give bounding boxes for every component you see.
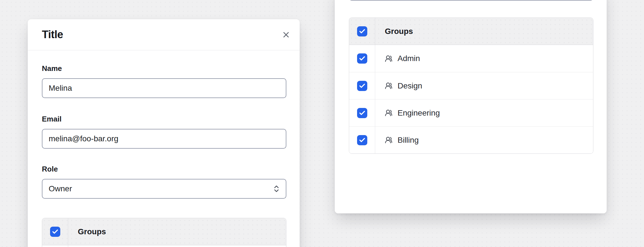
group-name: Design — [398, 81, 422, 90]
modal-header: Title — [28, 19, 300, 50]
table-row-cropped[interactable] — [42, 245, 286, 247]
table-row[interactable]: Admin — [349, 45, 593, 72]
groups-header-label: Groups — [78, 227, 106, 236]
users-icon — [385, 109, 392, 117]
group-name: Billing — [398, 136, 419, 145]
row-main-cell — [68, 245, 286, 247]
chevrons-up-down-icon — [272, 185, 281, 193]
select-all-checkbox[interactable] — [50, 227, 60, 237]
table-row[interactable]: Engineering — [349, 99, 593, 126]
x-icon — [282, 30, 291, 39]
cropped-select-bottom-edge — [349, 0, 593, 1]
row-checkbox-cell — [349, 72, 375, 99]
check-icon — [52, 228, 59, 235]
modal-body: Name Email Role Owner Groups — [28, 64, 300, 247]
groups-table-header: Groups — [42, 218, 286, 245]
row-checkbox-cell — [349, 45, 375, 72]
email-label: Email — [42, 115, 285, 123]
role-select[interactable]: Owner — [42, 179, 286, 199]
role-label: Role — [42, 165, 285, 173]
row-main-cell: Billing — [375, 127, 593, 153]
table-row[interactable]: Design — [349, 72, 593, 99]
row-checkbox[interactable] — [357, 108, 367, 118]
check-icon — [359, 110, 366, 116]
group-name: Admin — [398, 54, 420, 63]
groups-panel: Groups Admin — [335, 0, 607, 213]
row-main-cell: Admin — [375, 45, 593, 72]
edit-user-modal: Title Name Email Role Owner — [28, 19, 300, 247]
row-checkbox[interactable] — [357, 135, 367, 145]
row-checkbox[interactable] — [357, 81, 367, 91]
name-label: Name — [42, 64, 285, 72]
email-input[interactable] — [42, 129, 286, 149]
close-button[interactable] — [280, 29, 292, 41]
groups-table-header: Groups — [349, 18, 593, 45]
users-icon — [385, 136, 392, 144]
row-checkbox-cell — [349, 127, 375, 153]
groups-header-label: Groups — [385, 27, 413, 36]
name-input[interactable] — [42, 78, 286, 98]
row-main-cell: Design — [375, 72, 593, 99]
check-icon — [359, 137, 366, 144]
row-checkbox-cell — [42, 245, 68, 247]
row-checkbox-cell — [349, 99, 375, 126]
users-icon — [385, 55, 392, 62]
header-checkbox-cell — [42, 218, 68, 245]
role-select-value: Owner — [49, 184, 72, 193]
table-row[interactable]: Billing — [349, 126, 593, 153]
check-icon — [359, 55, 366, 62]
header-checkbox-cell — [349, 18, 375, 45]
groups-header-cell: Groups — [68, 218, 286, 245]
modal-title: Title — [42, 29, 63, 41]
group-name: Engineering — [398, 109, 440, 118]
select-all-checkbox[interactable] — [357, 26, 367, 36]
groups-table: Groups Admin — [349, 18, 593, 154]
check-icon — [359, 28, 366, 35]
users-icon — [385, 82, 392, 90]
check-icon — [359, 83, 366, 89]
row-checkbox[interactable] — [357, 53, 367, 64]
desktop-background: { "colors": { "accent": "#2563eb", "page… — [0, 0, 644, 247]
groups-header-cell: Groups — [375, 18, 593, 45]
row-main-cell: Engineering — [375, 99, 593, 126]
groups-table: Groups — [42, 218, 286, 247]
